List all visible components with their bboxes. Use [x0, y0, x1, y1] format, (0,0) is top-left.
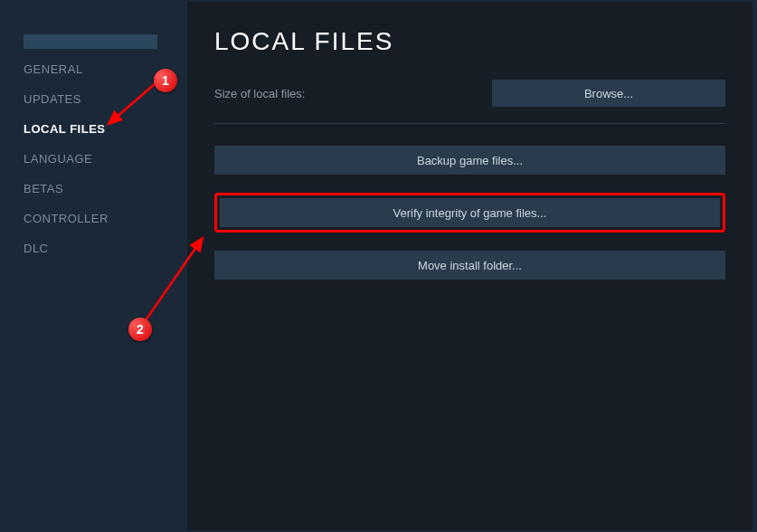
- sidebar-header-bar: [24, 34, 157, 49]
- sidebar-item-controller[interactable]: CONTROLLER: [24, 204, 187, 233]
- sidebar-item-dlc[interactable]: DLC: [24, 233, 187, 263]
- page-title: LOCAL FILES: [214, 27, 725, 56]
- sidebar-item-language[interactable]: LANGUAGE: [24, 144, 187, 174]
- main-panel: LOCAL FILES Size of local files: Browse.…: [187, 2, 752, 530]
- size-label: Size of local files:: [214, 87, 305, 100]
- browse-button[interactable]: Browse...: [492, 80, 725, 107]
- divider: [214, 123, 725, 124]
- backup-game-files-button[interactable]: Backup game files...: [214, 146, 725, 175]
- move-install-folder-button[interactable]: Move install folder...: [214, 251, 725, 280]
- annotation-highlight: Verify integrity of game files...: [214, 193, 725, 233]
- sidebar-item-local-files[interactable]: LOCAL FILES: [24, 114, 187, 144]
- verify-integrity-button[interactable]: Verify integrity of game files...: [220, 198, 720, 227]
- size-row: Size of local files: Browse...: [214, 80, 725, 107]
- annotation-marker-1: 1: [154, 69, 177, 92]
- annotation-marker-2: 2: [128, 318, 152, 341]
- sidebar-item-betas[interactable]: BETAS: [24, 174, 187, 204]
